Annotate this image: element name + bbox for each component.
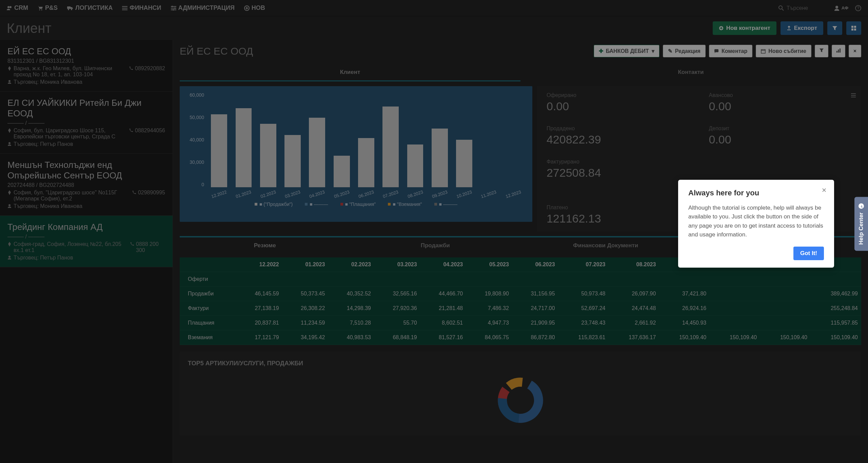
help-title: Always here for you	[688, 189, 824, 197]
help-close-button[interactable]: ✕	[822, 187, 827, 194]
chat-icon	[858, 203, 864, 209]
help-gotit-button[interactable]: Got It!	[793, 247, 824, 260]
help-center-tab[interactable]: Help Center	[854, 197, 868, 251]
help-body: Although the tutorial is complete, help …	[688, 204, 824, 239]
help-popup: ✕ Always here for you Although the tutor…	[678, 180, 834, 268]
help-tab-label: Help Center	[858, 212, 865, 245]
